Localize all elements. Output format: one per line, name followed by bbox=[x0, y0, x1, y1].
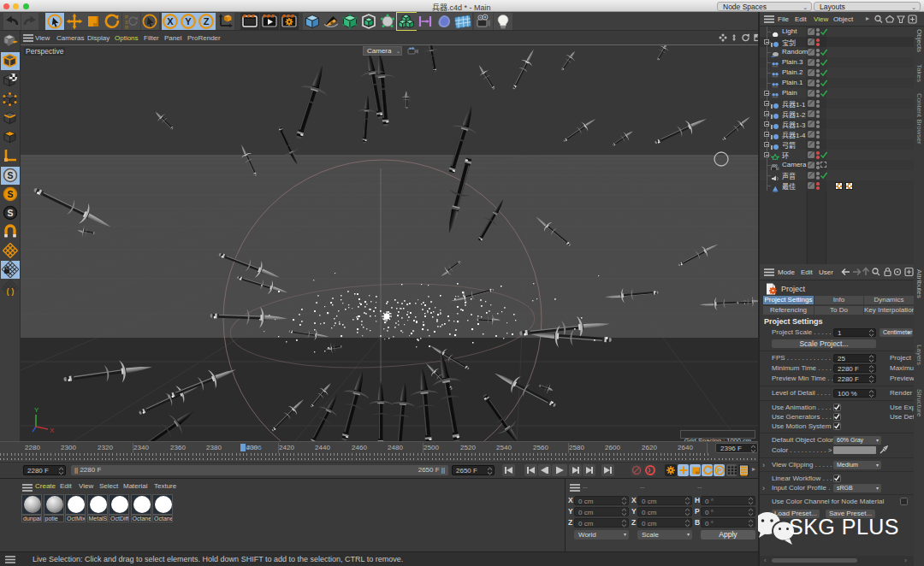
svg-text:P: P bbox=[717, 467, 722, 475]
svg-text:Z: Z bbox=[204, 16, 210, 27]
svg-text:Y: Y bbox=[185, 16, 192, 27]
svg-text:Y: Y bbox=[34, 406, 39, 414]
svg-text:S: S bbox=[7, 208, 13, 218]
svg-text:S: S bbox=[7, 189, 13, 199]
svg-text:(): () bbox=[6, 288, 15, 297]
svg-text:R: R bbox=[125, 25, 128, 30]
svg-text:X: X bbox=[50, 427, 55, 434]
svg-text:X: X bbox=[167, 16, 174, 27]
svg-text:S: S bbox=[7, 170, 13, 180]
